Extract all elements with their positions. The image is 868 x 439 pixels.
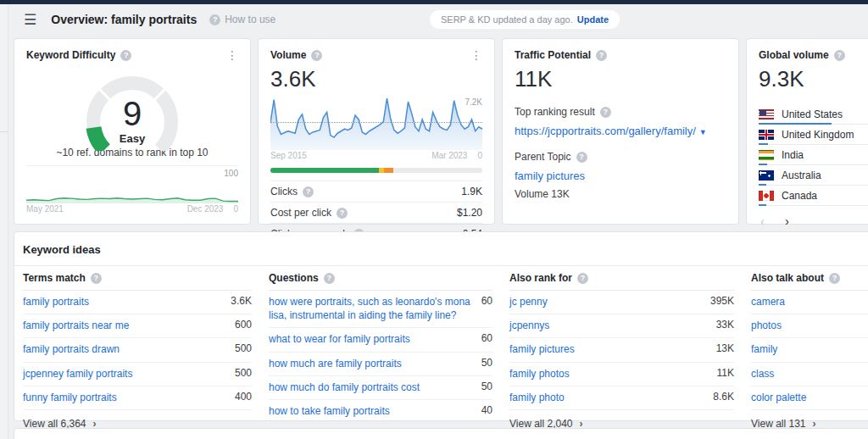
keyword-row: camera (751, 291, 868, 314)
keyword-link[interactable]: family photo (509, 391, 703, 404)
keyword-link[interactable]: jcpennys (509, 319, 706, 332)
parent-topic-volume: Volume 13K (515, 188, 726, 200)
country-name: India (782, 149, 804, 161)
country-row: United Kingdom (759, 125, 868, 145)
terms-match-header: Terms match (23, 272, 86, 284)
help-icon[interactable]: ? (311, 50, 322, 61)
keyword-row: family photos 11K (509, 363, 734, 386)
help-icon[interactable]: ? (303, 186, 314, 197)
country-name: Australia (782, 169, 821, 181)
clicks-label: Clicks (270, 186, 298, 197)
questions-column: Questions ? how were portraits, such as … (269, 266, 492, 439)
keyword-row: how much do family portraits cost 50 (269, 376, 492, 400)
keyword-row: jc penny 395K (509, 291, 734, 314)
top-ranking-url-link[interactable]: https://jcpportraits.com/gallery/family/ (515, 125, 696, 137)
keyword-link[interactable]: family (751, 342, 868, 356)
volume-date-end: Mar 2023 (431, 151, 467, 160)
serp-update-pill: SERP & KD updated a day ago. Update (430, 10, 620, 29)
also-rank-for-header: Also rank for (509, 272, 572, 284)
keyword-row: family photo 8.6K (509, 386, 734, 410)
keyword-row: how were portraits, such as leonardo's m… (269, 291, 492, 328)
keyword-link[interactable]: funny family portraits (23, 391, 225, 404)
metric-row-clicks: Clicks? 1.9K (270, 181, 482, 202)
keyword-row: color palette (751, 386, 868, 410)
help-icon[interactable]: ? (324, 273, 335, 284)
country-list: United States United Kingdom India Austr… (759, 104, 868, 206)
keyword-volume: 600 (235, 319, 252, 331)
help-icon[interactable]: ? (834, 50, 845, 61)
next-page-icon[interactable]: › (785, 214, 789, 228)
keyword-difficulty-card: Keyword Difficulty ? ⋮ 9 Easy ~10 ref. d… (14, 38, 251, 225)
keyword-link[interactable]: how were portraits, such as leonardo's m… (269, 295, 471, 322)
menu-icon[interactable]: ☰ (24, 13, 36, 27)
kebab-menu-icon[interactable]: ⋮ (470, 49, 482, 61)
australia-flag-icon (759, 170, 774, 181)
country-row: Canada (759, 186, 868, 206)
help-icon[interactable]: ? (596, 50, 607, 61)
help-icon[interactable]: ? (577, 273, 588, 284)
keyword-volume: 50 (481, 381, 492, 392)
keyword-row: how to take family portraits 40 (269, 400, 492, 424)
sidebar-divider (0, 131, 8, 132)
clicks-bar-segment (384, 168, 393, 173)
keyword-link[interactable]: photos (751, 319, 868, 332)
keyword-link[interactable]: how much are family portraits (269, 357, 471, 370)
kd-score: 9 (60, 95, 204, 133)
volume-trend-chart: 7.2K (270, 97, 482, 150)
kd-gauge: 9 (60, 69, 204, 151)
clicks-bar-segment (270, 168, 379, 173)
country-name: United States (782, 108, 843, 120)
keyword-link[interactable]: jc penny (509, 295, 700, 308)
help-icon[interactable]: ? (576, 152, 587, 163)
help-icon[interactable]: ? (829, 273, 840, 284)
update-button[interactable]: Update (577, 14, 609, 25)
keyword-link[interactable]: family portraits near me (23, 319, 225, 332)
uk-flag-icon (759, 130, 774, 140)
update-notice: SERP & KD updated a day ago. (441, 14, 573, 25)
keyword-link[interactable]: class (751, 367, 868, 381)
cpc-value: $1.20 (457, 207, 482, 219)
keyword-volume: 60 (481, 332, 492, 344)
keyword-link[interactable]: how to take family portraits (269, 404, 471, 418)
keyword-link[interactable]: jcpenney family portraits (23, 367, 225, 381)
keyword-link[interactable]: color palette (751, 391, 868, 404)
also-talk-about-header: Also talk about (751, 272, 824, 284)
metric-row-cpc: Cost per click? $1.20 (270, 202, 482, 223)
parent-topic-link[interactable]: family pictures (515, 169, 585, 182)
keyword-row: family portraits drawn 500 (23, 338, 252, 362)
volume-axis-min: 0 (477, 151, 482, 160)
keyword-volume: 395K (710, 295, 734, 307)
also-rank-for-column: Also rank for ? jc penny 395K jcpennys 3… (509, 266, 734, 439)
keyword-link[interactable]: family photos (509, 367, 707, 381)
keyword-volume: 3.6K (231, 295, 252, 307)
keyword-link[interactable]: what to wear for family portraits (269, 332, 471, 346)
canada-flag-icon (759, 191, 774, 201)
collapsed-sidebar (0, 4, 8, 439)
keyword-link[interactable]: family portraits drawn (23, 342, 225, 356)
keyword-link[interactable]: family portraits (23, 295, 220, 308)
help-icon[interactable]: ? (91, 273, 102, 284)
help-icon[interactable]: ? (600, 107, 611, 118)
keyword-volume: 50 (481, 357, 492, 369)
keyword-row: jcpenney family portraits 500 (23, 363, 252, 386)
help-icon[interactable]: ? (337, 208, 348, 219)
kd-date-start: May 2021 (26, 204, 64, 214)
keyword-volume: 500 (235, 367, 252, 379)
prev-page-icon[interactable]: ‹ (760, 214, 765, 228)
keyword-link[interactable]: how much do family portraits cost (269, 381, 471, 394)
keyword-link[interactable]: family pictures (509, 342, 706, 356)
country-name: United Kingdom (782, 129, 854, 141)
help-icon[interactable]: ? (120, 50, 131, 61)
chevron-down-icon[interactable]: ▼ (699, 128, 707, 136)
country-row: Australia (759, 165, 868, 186)
keyword-volume: 400 (235, 391, 252, 403)
keyword-row: jcpennys 33K (509, 314, 734, 338)
tp-title: Traffic Potential (515, 49, 591, 61)
help-icon: ? (209, 14, 220, 25)
volume-axis-max: 7.2K (465, 97, 482, 107)
keyword-link[interactable]: camera (751, 295, 868, 308)
cpc-label: Cost per click (270, 207, 331, 219)
volume-value: 3.6K (270, 66, 482, 92)
kebab-menu-icon[interactable]: ⋮ (226, 49, 238, 61)
how-to-use-link[interactable]: ? How to use (209, 14, 275, 25)
